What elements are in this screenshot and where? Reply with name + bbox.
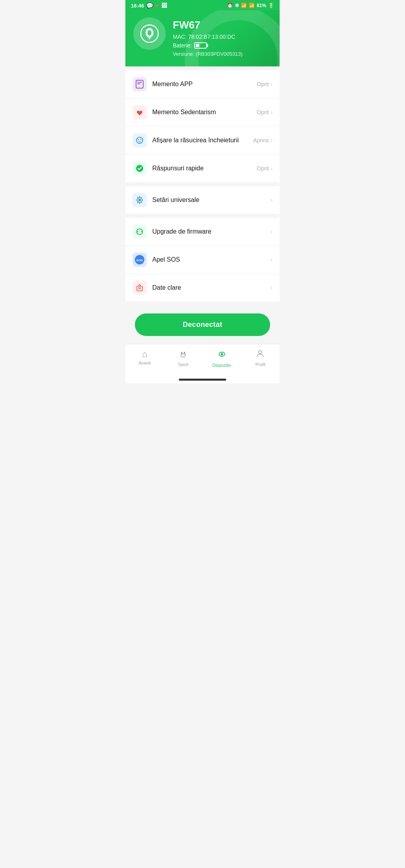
svg-point-5 xyxy=(136,137,143,143)
time-display: 16:46 xyxy=(131,3,144,9)
device-name: FW67 xyxy=(173,19,242,31)
disconnect-container: Deconectat xyxy=(125,302,280,344)
memento-sedentarism-status: Oprit xyxy=(257,109,269,115)
afisare-rasucire-status: Aprins xyxy=(253,137,269,143)
dispozitiv-label: Dispozitiv xyxy=(212,363,231,368)
svg-rect-4 xyxy=(137,83,140,84)
menu-item-memento-app[interactable]: Memento APP Oprit › xyxy=(125,70,280,98)
svg-text:SOS: SOS xyxy=(136,259,144,262)
acasa-icon: ⌂ xyxy=(142,349,147,359)
image-icon: 🖼 xyxy=(161,2,167,9)
menu-item-date-clare[interactable]: Date clare › xyxy=(125,274,280,302)
nav-item-sport[interactable]: Sport xyxy=(164,347,203,369)
svg-rect-12 xyxy=(137,286,142,291)
menu-section-tools: Upgrade de firmware › SOS Apel SOS › Dat… xyxy=(125,218,280,302)
setari-universale-label: Setări universale xyxy=(152,196,271,204)
profil-icon xyxy=(255,349,265,361)
nav-item-profil[interactable]: Profil xyxy=(241,347,280,369)
alarm-icon: ⏰ xyxy=(227,3,233,8)
date-clare-chevron: › xyxy=(271,284,273,291)
signal-icon: 📶 xyxy=(249,3,255,8)
menu-item-memento-sedentarism[interactable]: Memento Sedentarism Oprit › xyxy=(125,98,280,126)
raspunsuri-rapide-chevron: › xyxy=(271,165,273,172)
menu-item-raspunsuri-rapide[interactable]: Răspunsuri rapide Oprit › xyxy=(125,155,280,182)
svg-point-16 xyxy=(259,351,262,354)
dispozitiv-icon xyxy=(217,349,227,362)
profil-label: Profil xyxy=(255,362,265,367)
upgrade-firmware-icon xyxy=(132,225,147,239)
raspunsuri-rapide-label: Răspunsuri rapide xyxy=(152,165,257,172)
sport-icon xyxy=(178,349,188,361)
whatsapp-icon: 💬 xyxy=(146,2,153,9)
apel-sos-label: Apel SOS xyxy=(152,256,271,263)
raspunsuri-rapide-status: Oprit xyxy=(257,165,269,172)
disconnect-button[interactable]: Deconectat xyxy=(135,313,270,336)
header-banner: FW67 MAC: 78:02:B7:13:00:DC Baterie: Ver… xyxy=(125,10,280,66)
wifi-icon: 📶 xyxy=(241,3,247,8)
nav-item-dispozitiv[interactable]: Dispozitiv xyxy=(202,347,241,369)
raspunsuri-rapide-icon xyxy=(132,161,147,175)
menu-section-notifications: Memento APP Oprit › Memento Sedentarism … xyxy=(125,70,280,182)
battery-fill xyxy=(196,44,199,47)
svg-point-13 xyxy=(181,354,185,357)
svg-point-15 xyxy=(221,353,223,355)
memento-app-icon xyxy=(132,77,147,91)
battery-indicator xyxy=(194,42,207,49)
device-info: FW67 MAC: 78:02:B7:13:00:DC Baterie: Ver… xyxy=(173,17,242,57)
nav-item-acasa[interactable]: ⌂ Acasă xyxy=(125,347,164,369)
upgrade-firmware-chevron: › xyxy=(271,228,273,235)
device-mac: MAC: 78:02:B7:13:00:DC xyxy=(173,34,242,40)
device-battery: Baterie: xyxy=(173,42,242,49)
svg-rect-3 xyxy=(137,82,142,83)
device-version: Versiune: (RB303PDV005313) xyxy=(173,51,242,57)
afisare-rasucire-label: Afișare la răsucirea încheieturii xyxy=(152,137,253,144)
acasa-label: Acasă xyxy=(138,360,151,365)
afisare-rasucire-icon xyxy=(132,133,147,147)
device-logo xyxy=(133,17,166,50)
apel-sos-chevron: › xyxy=(271,256,273,263)
menu-item-upgrade-firmware[interactable]: Upgrade de firmware › xyxy=(125,218,280,246)
status-right: ⏰ ✱ 📶 📶 81% 🔋 xyxy=(227,3,274,8)
menu-item-afisare-rasucire[interactable]: Afișare la răsucirea încheieturii Aprins… xyxy=(125,126,280,155)
menu-section-settings: Setări universale › xyxy=(125,186,280,214)
date-clare-label: Date clare xyxy=(152,284,271,291)
svg-point-8 xyxy=(136,165,143,172)
memento-app-status: Oprit xyxy=(257,81,269,87)
memento-sedentarism-chevron: › xyxy=(271,109,273,116)
bottom-bar xyxy=(125,376,280,383)
svg-point-9 xyxy=(138,199,141,201)
memento-app-label: Memento APP xyxy=(152,81,257,88)
battery-icon: 🔋 xyxy=(268,3,274,8)
bottom-nav: ⌂ Acasă Sport Dispozitiv Profil xyxy=(125,344,280,376)
menu-item-setari-universale[interactable]: Setări universale › xyxy=(125,186,280,214)
status-bar: 16:46 💬 ♥ 🖼 ⏰ ✱ 📶 📶 81% 🔋 xyxy=(125,0,280,10)
afisare-rasucire-chevron: › xyxy=(271,137,273,144)
apel-sos-icon: SOS xyxy=(132,253,147,267)
svg-point-6 xyxy=(138,139,139,140)
memento-app-chevron: › xyxy=(271,81,273,88)
date-clare-icon xyxy=(132,281,147,295)
bluetooth-icon: ✱ xyxy=(235,3,239,8)
battery-label: Baterie: xyxy=(173,42,192,49)
svg-point-1 xyxy=(148,30,151,36)
menu-item-apel-sos[interactable]: SOS Apel SOS › xyxy=(125,246,280,274)
memento-sedentarism-label: Memento Sedentarism xyxy=(152,109,257,116)
sport-label: Sport xyxy=(178,362,188,367)
upgrade-firmware-label: Upgrade de firmware xyxy=(152,228,271,235)
home-indicator xyxy=(179,379,226,381)
battery-text: 81% xyxy=(257,3,266,8)
svg-point-7 xyxy=(140,139,142,140)
setari-universale-chevron: › xyxy=(271,196,273,204)
device-logo-svg xyxy=(140,24,159,43)
heart-icon: ♥ xyxy=(155,2,159,9)
status-left: 16:46 💬 ♥ 🖼 xyxy=(131,2,167,9)
setari-universale-icon xyxy=(132,193,147,207)
memento-sedentarism-icon xyxy=(132,105,147,119)
